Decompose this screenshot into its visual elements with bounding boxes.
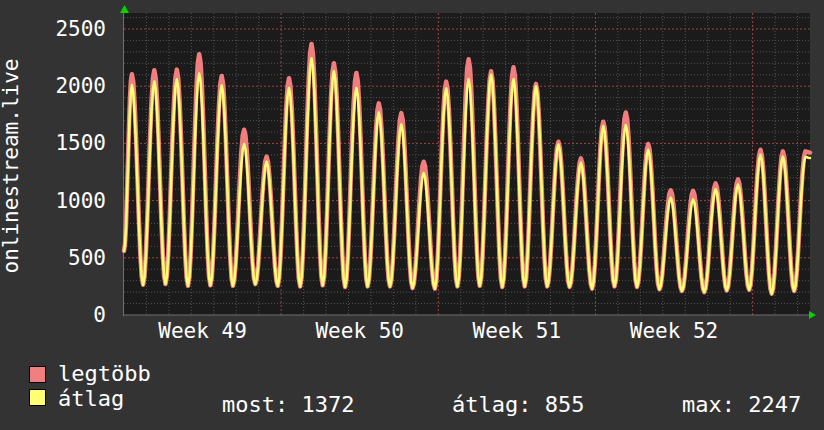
y-tick-label: 500 xyxy=(26,247,106,269)
stat-most-label: most: xyxy=(222,392,288,417)
legend-label-legtobb: legtöbb xyxy=(58,363,151,385)
stat-atlag-label: átlag: xyxy=(452,392,531,417)
y-axis-title: onlinestream.live xyxy=(0,59,23,274)
y-axis-arrow-icon xyxy=(120,5,129,13)
legend-swatch-atlag xyxy=(29,389,46,406)
stat-max-value: 2247 xyxy=(748,392,801,417)
rrd-graph-screen: onlinestream.live 05001000150020002500 W… xyxy=(0,0,824,430)
stat-max: max: 2247 xyxy=(682,394,801,416)
y-tick-label: 1500 xyxy=(26,132,106,154)
y-tick-label: 2000 xyxy=(26,75,106,97)
legend-swatch-legtobb xyxy=(29,366,46,383)
stat-atlag-value: 855 xyxy=(545,392,585,417)
y-tick-label: 2500 xyxy=(26,18,106,40)
y-tick-label: 1000 xyxy=(26,190,106,212)
x-tick-label: Week 51 xyxy=(473,320,562,342)
y-tick-label: 0 xyxy=(26,304,106,326)
x-axis-arrow-icon xyxy=(809,311,816,319)
x-tick-label: Week 52 xyxy=(630,320,719,342)
stat-max-label: max: xyxy=(682,392,735,417)
legend-label-atlag: átlag xyxy=(58,388,124,410)
x-tick-label: Week 49 xyxy=(158,320,247,342)
stat-most-value: 1372 xyxy=(301,392,354,417)
stat-atlag: átlag: 855 xyxy=(452,394,584,416)
x-tick-label: Week 50 xyxy=(315,320,404,342)
stat-most: most: 1372 xyxy=(222,394,354,416)
